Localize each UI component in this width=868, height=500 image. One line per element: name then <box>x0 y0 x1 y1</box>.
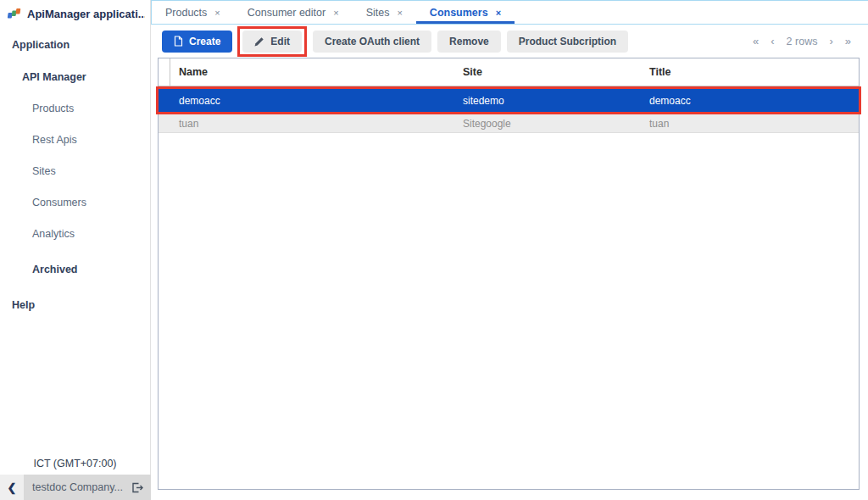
collapse-sidebar-icon[interactable]: ❮ <box>0 475 24 500</box>
new-document-icon <box>174 36 183 47</box>
sidebar-item-application[interactable]: Application <box>12 39 150 51</box>
consumers-table-panel: Name Site Title demoacc sitedemo demoacc… <box>158 58 860 490</box>
last-page-icon[interactable]: » <box>845 35 851 47</box>
app-logo-icon <box>7 8 21 20</box>
first-page-icon[interactable]: « <box>753 35 759 47</box>
sidebar-item-help[interactable]: Help <box>12 299 150 311</box>
close-tab-icon[interactable]: × <box>333 8 338 18</box>
tab-label: Sites <box>366 7 390 19</box>
sidebar-item-products[interactable]: Products <box>32 103 150 114</box>
create-oauth-client-button[interactable]: Create OAuth client <box>313 31 431 53</box>
close-tab-icon[interactable]: × <box>496 8 501 18</box>
sidebar-header: ApiManager applicati... <box>0 0 150 20</box>
annotation-edit-button: Edit <box>237 26 307 57</box>
next-page-icon[interactable]: › <box>829 35 832 47</box>
row-selector-column <box>159 58 170 86</box>
tab-sites[interactable]: Sites × <box>353 1 416 24</box>
create-button[interactable]: Create <box>162 31 232 53</box>
sidebar-item-archived[interactable]: Archived <box>32 264 150 275</box>
sidebar-menu: Application API Manager Products Rest Ap… <box>0 20 150 311</box>
table-header: Name Site Title <box>159 58 859 86</box>
sidebar-item-rest-apis[interactable]: Rest Apis <box>32 134 150 146</box>
sidebar-item-api-manager[interactable]: API Manager <box>22 71 150 83</box>
edit-button[interactable]: Edit <box>242 31 302 53</box>
tab-label: Products <box>165 7 207 19</box>
sidebar-item-sites[interactable]: Sites <box>32 165 150 177</box>
tab-consumer-editor[interactable]: Consumer editor × <box>234 1 353 24</box>
cell-site: Sitegoogle <box>463 118 649 130</box>
cell-name: tuan <box>159 118 463 130</box>
table-row-tuan[interactable]: tuan Sitegoogle tuan <box>159 114 859 133</box>
pagination: « ‹ 2 rows › » <box>753 35 851 47</box>
cell-site: sitedemo <box>463 95 649 107</box>
edit-button-label: Edit <box>270 36 290 47</box>
toolbar: Create Edit Create OAuth client Remove P… <box>151 25 868 58</box>
tab-consumers[interactable]: Consumers × <box>416 1 515 24</box>
logout-icon[interactable] <box>131 482 143 493</box>
column-header-name[interactable]: Name <box>170 66 463 78</box>
api-manager-app: ApiManager applicati... Application API … <box>0 0 868 500</box>
create-button-label: Create <box>189 36 220 47</box>
company-name[interactable]: testdoc Company... <box>24 481 131 493</box>
sidebar-item-consumers[interactable]: Consumers <box>32 197 150 208</box>
close-tab-icon[interactable]: × <box>397 8 402 18</box>
tab-label: Consumer editor <box>248 7 326 19</box>
previous-page-icon[interactable]: ‹ <box>771 35 774 47</box>
app-title: ApiManager applicati... <box>27 8 145 20</box>
table-row-demoacc-selected[interactable]: demoacc sitedemo demoacc <box>159 89 859 112</box>
cell-title: demoacc <box>649 95 859 107</box>
tab-label: Consumers <box>430 7 488 19</box>
row-count-label: 2 rows <box>787 36 818 47</box>
tab-bar: Products × Consumer editor × Sites × Con… <box>151 0 868 25</box>
timezone-label: ICT (GMT+07:00) <box>0 458 150 469</box>
product-subscription-button[interactable]: Product Subcription <box>507 31 628 53</box>
column-header-site[interactable]: Site <box>463 66 649 78</box>
column-header-title[interactable]: Title <box>649 66 859 78</box>
remove-button[interactable]: Remove <box>437 31 501 53</box>
tab-products[interactable]: Products × <box>152 1 234 24</box>
cell-title: tuan <box>649 118 859 130</box>
sidebar-item-analytics[interactable]: Analytics <box>32 228 150 240</box>
pencil-icon <box>254 36 264 47</box>
sidebar: ApiManager applicati... Application API … <box>0 0 151 500</box>
sidebar-bottom-bar: ❮ testdoc Company... <box>0 475 151 500</box>
cell-name: demoacc <box>159 95 463 107</box>
close-tab-icon[interactable]: × <box>214 8 220 18</box>
